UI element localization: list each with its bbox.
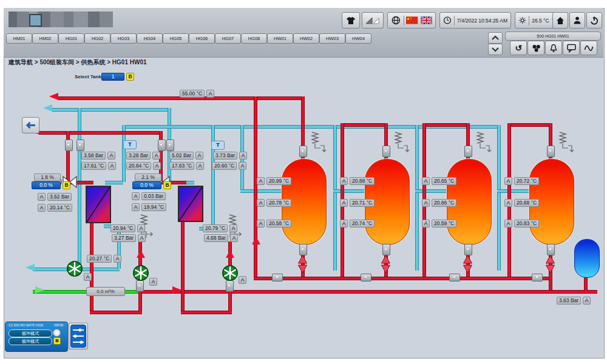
select-tank-value[interactable]: 1B (101, 73, 134, 81)
check-valve (463, 255, 473, 277)
tab-hw02[interactable]: HW02 (293, 33, 319, 44)
scroll-down-button[interactable] (488, 44, 503, 55)
theme-button[interactable] (342, 12, 360, 29)
tab-hw03[interactable]: HW03 (319, 33, 345, 44)
datetime-display[interactable]: 7/4/2022 10:54:25 AM (439, 12, 511, 29)
valve-setpoint-value[interactable]: 0.0 % (32, 181, 61, 189)
tab-hg07[interactable]: HG07 (215, 33, 241, 44)
tab-hg05[interactable]: HG05 (163, 33, 189, 44)
cold-pipe (52, 108, 170, 112)
power-button[interactable] (586, 12, 602, 29)
heat-exchanger-2[interactable] (178, 186, 203, 222)
scroll-up-button[interactable] (488, 32, 503, 44)
tab-hg01[interactable]: HG01 (58, 33, 84, 44)
mode-panel-header: C1 500 RO M475 V026 ISP26 (8, 323, 63, 327)
hot-pipe (422, 123, 469, 127)
language-selector[interactable] (387, 12, 436, 29)
flag-uk-icon[interactable] (421, 16, 432, 24)
cold-pipe-tank1 (240, 189, 283, 193)
hx2-temp: 20.84 °CA (126, 162, 161, 170)
heat-exchanger-1[interactable] (86, 186, 111, 223)
tab-hg06[interactable]: HG06 (189, 33, 215, 44)
sensor-value: 20.58 °C (266, 220, 291, 228)
tab-hm01[interactable]: HM01 (6, 33, 32, 44)
tank1-temp-mid: A20.78 °C (257, 199, 291, 207)
valve2-opening: 2.1 % (135, 174, 161, 181)
equipment-code: ISP26 (54, 323, 63, 327)
a-badge: A (257, 199, 265, 207)
sensor-value: 20.78 °C (266, 199, 291, 207)
mode-button-1[interactable]: 循环模式 (8, 329, 52, 337)
a-badge: A (422, 199, 430, 207)
back-button[interactable] (22, 117, 39, 133)
tank2-top-sensor (382, 146, 390, 157)
pump-a-badge: A (84, 273, 92, 281)
sensor-value: 17.63 °C (169, 162, 194, 170)
flag-cn-icon[interactable] (406, 16, 418, 24)
valve1-setpoint[interactable]: 0.0 %B (32, 181, 70, 189)
trends-button[interactable] (580, 41, 597, 55)
equipment-button[interactable] (527, 41, 544, 55)
equipment-id: C1 500 RO M475 V026 (8, 323, 43, 327)
tank2-temp-bottom: A20.74 °C (340, 220, 375, 228)
pump-circuit-1[interactable] (132, 265, 149, 284)
contrast-button[interactable] (362, 12, 384, 29)
cold-pipe (105, 181, 123, 184)
collector-sensor (449, 274, 460, 281)
chevron-down-icon (491, 46, 500, 53)
sensor-value: 20.65 °C (432, 177, 456, 185)
cold-pipe-tank4 (497, 189, 530, 193)
sensor-value: 20.88 °C (350, 177, 375, 185)
a-badge: A (38, 204, 46, 212)
tab-hw01[interactable]: HW01 (267, 33, 293, 44)
user-button[interactable] (569, 12, 585, 29)
sensor-value: 55.00 °C (180, 90, 205, 98)
sensor-value: 20.14 °C (47, 204, 72, 212)
flow-meter: 0.0 m³/h (86, 287, 125, 296)
tank3-bottom-sensor (464, 244, 472, 255)
tab-hg03[interactable]: HG03 (110, 33, 137, 44)
hot-collector-pipe (254, 277, 551, 280)
flow-arrow-up (137, 250, 145, 258)
a-badge: A (229, 224, 237, 232)
sensor-value: 20.99 °C (266, 177, 291, 185)
b-badge: B (63, 181, 70, 189)
tab-hw04[interactable]: HW04 (345, 33, 371, 44)
user-icon (572, 16, 582, 25)
valve2-setpoint[interactable]: 0.0 %B (132, 181, 171, 189)
pump-cold-return[interactable] (66, 260, 83, 280)
separator (529, 16, 529, 25)
hx2-outlet-pressure: 4.68 BarA (204, 234, 238, 242)
tank1-top-sensor (299, 146, 307, 157)
messages-button[interactable] (563, 41, 580, 55)
alarm-button[interactable] (545, 41, 562, 55)
home-button[interactable] (552, 12, 568, 29)
a-badge: A (257, 177, 265, 185)
bell-icon (549, 44, 558, 53)
undo-button[interactable]: ↺ (510, 41, 527, 55)
a-badge: A (114, 255, 121, 263)
pump-circuit-2[interactable] (222, 265, 239, 284)
tab-hm02[interactable]: HM02 (32, 33, 58, 44)
hx4-pressure: 3.73 BarA (213, 152, 247, 160)
tank3-temp-top: A20.65 °C (422, 177, 456, 185)
mode-button-2[interactable]: 循环模式 (8, 337, 52, 345)
tank4-temp-mid: A20.68 °C (504, 199, 539, 207)
sensor-value: 20.68 °C (514, 199, 539, 207)
tank2-temp-mid: A20.71 °C (340, 199, 375, 207)
sensor-value: 20.60 °C (212, 162, 237, 170)
valve-setpoint-value[interactable]: 0.0 % (132, 181, 161, 189)
tank-number[interactable]: 1 (101, 73, 124, 81)
check-valve (545, 255, 555, 277)
tank4-top-sensor (547, 146, 555, 157)
sensor-value: 3.28 Bar (126, 152, 151, 160)
tab-hg04[interactable]: HG04 (137, 33, 163, 44)
power-icon (589, 15, 599, 25)
shirt-icon (346, 16, 356, 25)
settings-button[interactable] (69, 323, 88, 349)
hot-pipe (181, 311, 232, 314)
tab-hg08[interactable]: HG08 (241, 33, 267, 44)
sensor-value: 20.74 °C (350, 220, 375, 228)
tab-hg02[interactable]: HG02 (84, 33, 110, 44)
collector-sensor (272, 274, 283, 281)
